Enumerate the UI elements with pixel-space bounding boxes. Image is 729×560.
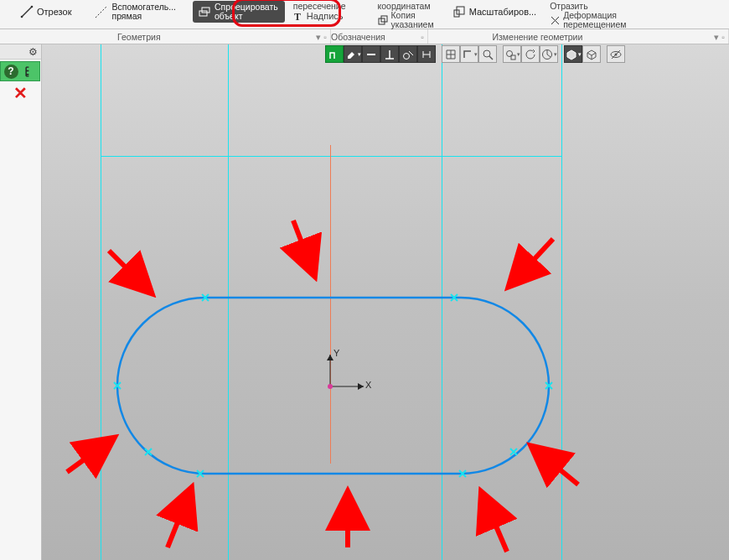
context-toolbar: ▾ ▾ ▾ ▾: [325, 45, 625, 64]
svg-line-33: [532, 447, 578, 485]
svg-line-30: [168, 489, 191, 547]
svg-point-12: [404, 53, 410, 59]
geometry-dropdown-icon[interactable]: ▾ ▫: [313, 32, 330, 42]
vertical-guide-left: [101, 44, 101, 560]
svg-point-2: [31, 6, 34, 8]
segment-label: Отрезок: [37, 8, 71, 17]
ctx-sketch-mode-button[interactable]: [325, 45, 344, 63]
callout-arrows: [42, 44, 729, 560]
segment-icon: [20, 5, 34, 18]
origin-marker: [328, 384, 333, 389]
aux-line-button[interactable]: Вспомогатель...прямая: [91, 0, 181, 23]
scale-icon: [452, 5, 466, 18]
ctx-grid-button[interactable]: [442, 45, 460, 63]
svg-line-13: [409, 51, 413, 55]
help-icon: ?: [4, 65, 18, 79]
svg-line-15: [489, 56, 493, 60]
ctx-rotate-button[interactable]: [521, 45, 540, 63]
gear-icon[interactable]: ⚙: [28, 46, 38, 58]
scale-button[interactable]: Масштабиров...: [449, 0, 541, 23]
y-axis-label: Y: [333, 348, 339, 358]
segment-button[interactable]: Отрезок: [17, 0, 76, 23]
text-label: Надпись: [307, 12, 344, 21]
ctx-perpendicular-button[interactable]: [380, 45, 399, 63]
intersect-label: пересечение: [293, 1, 346, 11]
ctx-dimension-button[interactable]: [417, 45, 436, 63]
project-icon: [198, 5, 211, 18]
vertical-guide-mid1: [228, 44, 229, 560]
svg-rect-4: [199, 11, 207, 16]
ctx-zoom-button[interactable]: [478, 45, 497, 63]
svg-line-3: [96, 6, 107, 18]
scale-label: Масштабиров...: [469, 8, 536, 17]
ctx-horizontal-button[interactable]: [362, 45, 380, 63]
vertical-guide-mid2: [442, 44, 442, 560]
ctx-eraser-button[interactable]: ▾: [344, 45, 362, 63]
sidebar-close-item[interactable]: ✕: [0, 83, 40, 103]
project-label: Спроецироватьобъект: [215, 3, 278, 21]
sketch-canvas[interactable]: ▾ ▾ ▾ ▾: [42, 44, 729, 560]
aux-line-label: Вспомогатель...прямая: [111, 3, 176, 21]
ctx-ortho-button[interactable]: ▾: [460, 45, 478, 63]
project-object-button[interactable]: Спроецироватьобъект: [193, 1, 285, 23]
copy-icon: [378, 15, 389, 26]
svg-text:T: T: [294, 11, 301, 22]
svg-marker-23: [358, 383, 364, 390]
ctx-zoomwin-button[interactable]: ▾: [503, 45, 521, 63]
copy-label: Копияуказанием: [391, 11, 434, 29]
tree-icon: [24, 65, 37, 78]
annotations-dropdown-icon[interactable]: ▫: [417, 32, 427, 42]
group-annotations: Обозначения▫: [331, 29, 428, 44]
y-axis: [330, 145, 331, 464]
aux-line-icon: [95, 5, 108, 18]
svg-line-0: [22, 7, 32, 17]
ctx-orient-button[interactable]: ▾: [540, 45, 558, 63]
horizontal-guide-top: [101, 156, 561, 157]
sidebar-settings-row: ⚙: [0, 44, 41, 60]
close-icon: ✕: [0, 83, 40, 103]
axis-arrows: [42, 44, 729, 560]
coords-partial-button[interactable]: координатам Копияуказанием: [375, 0, 437, 23]
svg-point-14: [483, 50, 490, 57]
deform-label: Деформацияперемещением: [563, 11, 626, 29]
ribbon-group-labels: Геометрия▾ ▫ Обозначения▫ Изменение геом…: [0, 29, 729, 44]
mirror-deform-block[interactable]: Отразить Деформацияперемещением: [546, 0, 629, 23]
vertical-guide-right: [561, 44, 562, 560]
x-axis-label: X: [365, 380, 371, 390]
deform-icon: [550, 15, 561, 26]
ribbon-toolbar: Отрезок Вспомогатель...прямая Спроециров…: [0, 0, 729, 29]
intersect-button[interactable]: пересечение T Надпись: [290, 0, 349, 23]
ctx-visibility-button[interactable]: [607, 45, 625, 63]
editgeom-dropdown-icon[interactable]: ▾ ▫: [711, 32, 728, 42]
svg-line-28: [509, 239, 553, 286]
group-edit-geometry: Изменение геометрии▾ ▫: [428, 29, 729, 44]
ctx-shade-button[interactable]: ▾: [564, 45, 582, 63]
svg-line-32: [482, 493, 507, 552]
svg-line-29: [67, 438, 113, 472]
text-icon: T: [293, 11, 304, 22]
svg-rect-5: [202, 8, 209, 13]
svg-line-26: [109, 251, 151, 293]
sidebar-active-item[interactable]: ?: [0, 61, 40, 81]
left-sidebar: ⚙ ? ✕: [0, 44, 42, 560]
obround-sketch: [42, 44, 729, 560]
group-geometry: Геометрия▾ ▫: [0, 29, 331, 44]
ctx-wireframe-button[interactable]: [582, 45, 601, 63]
ctx-tangent-button[interactable]: [399, 45, 417, 63]
svg-line-27: [293, 220, 314, 275]
svg-point-1: [21, 16, 23, 18]
